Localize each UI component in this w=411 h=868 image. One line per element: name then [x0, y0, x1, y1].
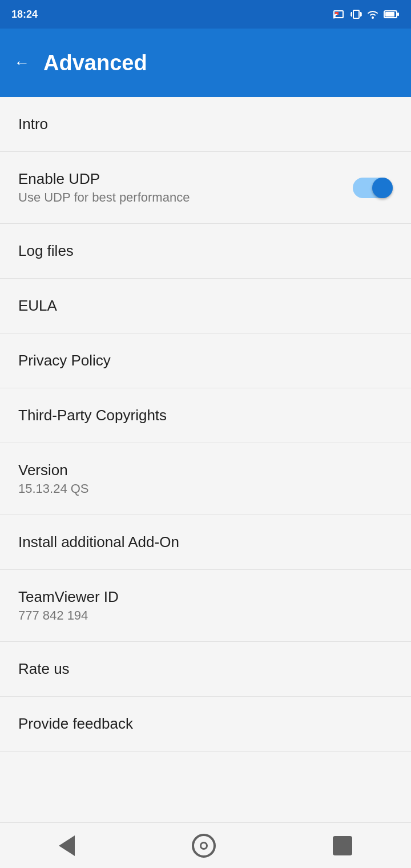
list-item-text-log-files: Log files [18, 242, 74, 260]
svg-rect-10 [385, 12, 394, 17]
list-item-log-files[interactable]: Log files [0, 224, 411, 279]
list-item-version[interactable]: Version15.13.24 QS [0, 443, 411, 515]
svg-rect-11 [397, 13, 399, 16]
list-item-text-intro: Intro [18, 115, 48, 133]
list-item-primary-provide-feedback: Provide feedback [18, 715, 133, 733]
list-item-text-third-party: Third-Party Copyrights [18, 407, 167, 424]
list-item-primary-third-party: Third-Party Copyrights [18, 407, 167, 424]
list-item-rate-us[interactable]: Rate us [0, 642, 411, 697]
list-item-text-version: Version15.13.24 QS [18, 461, 89, 496]
list-item-enable-udp[interactable]: Enable UDPUse UDP for best performance [0, 152, 411, 224]
list-item-primary-enable-udp: Enable UDP [18, 170, 190, 188]
list-item-provide-feedback[interactable]: Provide feedback [0, 697, 411, 752]
app-bar: ← Advanced [0, 29, 411, 97]
status-bar: 18:24 [0, 0, 411, 29]
list-item-primary-install-addon: Install additional Add-On [18, 533, 179, 551]
battery-icon [384, 10, 400, 19]
home-inner-circle [200, 842, 208, 850]
list-item-secondary-version: 15.13.24 QS [18, 481, 89, 496]
list-item-teamviewer-id[interactable]: TeamViewer ID777 842 194 [0, 570, 411, 642]
nav-recents-button[interactable] [333, 836, 352, 855]
home-nav-icon [192, 834, 216, 858]
list-item-primary-teamviewer-id: TeamViewer ID [18, 588, 119, 606]
wifi-icon [366, 9, 379, 19]
svg-point-8 [372, 17, 374, 19]
list-item-text-rate-us: Rate us [18, 660, 70, 678]
list-item-secondary-enable-udp: Use UDP for best performance [18, 190, 190, 205]
nav-home-button[interactable] [192, 834, 216, 858]
list-item-primary-privacy-policy: Privacy Policy [18, 352, 111, 369]
page-title: Advanced [43, 51, 147, 75]
cast-icon [333, 9, 346, 19]
settings-list: IntroEnable UDPUse UDP for best performa… [0, 97, 411, 822]
vibrate-icon [350, 9, 362, 20]
list-item-intro[interactable]: Intro [0, 97, 411, 152]
list-item-privacy-policy[interactable]: Privacy Policy [0, 333, 411, 388]
list-item-text-privacy-policy: Privacy Policy [18, 352, 111, 369]
list-item-text-teamviewer-id: TeamViewer ID777 842 194 [18, 588, 119, 623]
list-item-text-enable-udp: Enable UDPUse UDP for best performance [18, 170, 190, 205]
back-button[interactable]: ← [14, 54, 30, 72]
list-item-secondary-teamviewer-id: 777 842 194 [18, 608, 119, 623]
list-item-third-party[interactable]: Third-Party Copyrights [0, 388, 411, 443]
list-item-primary-rate-us: Rate us [18, 660, 70, 678]
list-item-primary-eula: EULA [18, 297, 57, 315]
recents-nav-icon [333, 836, 352, 855]
toggle-knob-enable-udp [372, 178, 393, 198]
svg-rect-3 [353, 10, 359, 18]
list-item-primary-intro: Intro [18, 115, 48, 133]
list-item-text-install-addon: Install additional Add-On [18, 533, 179, 551]
bottom-navigation [0, 822, 411, 868]
list-item-text-provide-feedback: Provide feedback [18, 715, 133, 733]
nav-back-button[interactable] [59, 835, 75, 856]
status-icons [333, 9, 400, 20]
list-item-eula[interactable]: EULA [0, 279, 411, 333]
list-item-primary-log-files: Log files [18, 242, 74, 260]
back-nav-icon [59, 835, 75, 856]
list-item-text-eula: EULA [18, 297, 57, 315]
toggle-enable-udp[interactable] [353, 178, 393, 198]
list-item-install-addon[interactable]: Install additional Add-On [0, 515, 411, 570]
list-item-primary-version: Version [18, 461, 89, 479]
status-time: 18:24 [11, 9, 38, 21]
